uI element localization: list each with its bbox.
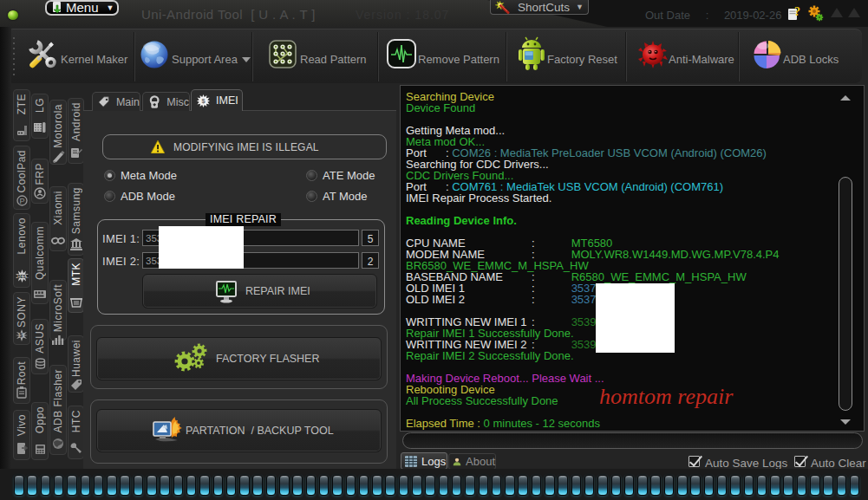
svg-text:BEST: BEST (17, 275, 28, 279)
svg-text:P: P (19, 196, 24, 205)
svg-text:$: $ (20, 332, 23, 339)
svg-text:?: ? (794, 5, 800, 18)
